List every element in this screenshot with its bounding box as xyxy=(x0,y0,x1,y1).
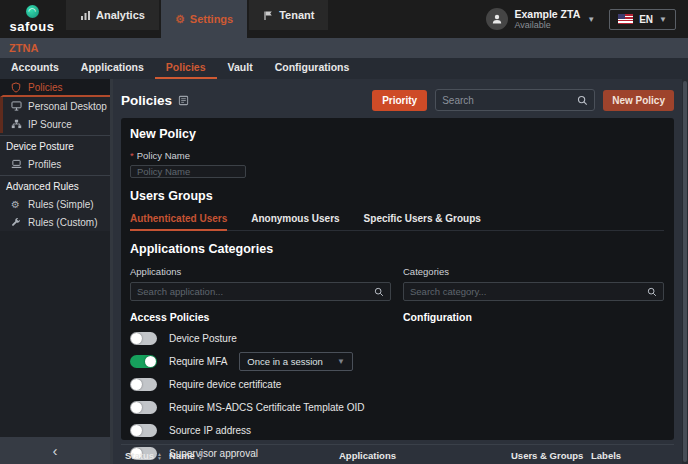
users-groups-heading: Users Groups xyxy=(130,189,664,203)
safous-logo-text: safous xyxy=(10,19,55,34)
new-policy-button[interactable]: New Policy xyxy=(603,90,674,111)
tab-authenticated-users[interactable]: Authenticated Users xyxy=(130,211,227,231)
monitor-icon xyxy=(11,101,22,111)
sidebar-item-label: Profiles xyxy=(28,159,61,170)
divider xyxy=(0,175,110,176)
priority-button[interactable]: Priority xyxy=(372,90,427,111)
tab-tenant-label: Tenant xyxy=(279,9,314,21)
toggle-label: Require MS-ADCS Certificate Template OID xyxy=(169,402,364,413)
policy-name-label: * Policy Name xyxy=(130,150,664,161)
vertical-scrollbar[interactable] xyxy=(682,79,688,464)
sidebar-item-personal-desktop[interactable]: Personal Desktop xyxy=(0,97,110,115)
divider xyxy=(0,135,110,136)
sidebar-item-rules-custom[interactable]: Rules (Custom) xyxy=(0,213,110,231)
require-mfa-toggle[interactable] xyxy=(130,355,157,368)
avatar xyxy=(486,8,508,30)
access-policies-heading: Access Policies xyxy=(130,311,391,323)
laptop-icon xyxy=(11,159,22,169)
content-area: Policies Personal Desktop IP Source Devi… xyxy=(0,79,688,464)
sidebar: Policies Personal Desktop IP Source Devi… xyxy=(0,79,113,464)
bar-chart-icon xyxy=(80,10,91,21)
toggle-label: Require MFA xyxy=(169,356,227,367)
mfa-frequency-value: Once in a session xyxy=(247,356,323,367)
categories-search-input[interactable] xyxy=(410,286,647,297)
column-header-applications: Applications xyxy=(339,450,396,461)
safous-logo[interactable]: ◠ safous xyxy=(0,0,64,38)
form-heading: New Policy xyxy=(130,127,664,141)
nav-item-vault[interactable]: Vault xyxy=(217,61,264,79)
applications-search-box xyxy=(130,282,391,301)
breadcrumb-label: ZTNA xyxy=(9,42,38,54)
sidebar-item-label: Policies xyxy=(28,82,62,93)
title-actions: Priority New Policy xyxy=(372,89,674,111)
chevron-down-icon: ▼ xyxy=(587,15,595,24)
sidebar-item-profiles[interactable]: Profiles xyxy=(0,155,110,173)
toggle-row-require-mfa: Require MFA Once in a session ▼ xyxy=(130,354,664,368)
sidebar-section-device-posture: Device Posture xyxy=(0,138,110,155)
us-flag-icon xyxy=(618,14,633,24)
gear-icon: ⚙ xyxy=(175,13,185,26)
nav-item-applications[interactable]: Applications xyxy=(70,61,155,79)
tab-settings-label: Settings xyxy=(190,13,233,25)
sidebar-item-ip-source[interactable]: IP Source xyxy=(0,115,110,133)
policy-name-input[interactable] xyxy=(130,165,246,178)
user-status: Available xyxy=(515,20,581,30)
main-area: Policies Priority New Policy xyxy=(113,79,688,464)
applications-column: Applications xyxy=(130,256,391,301)
users-groups-tabs: Authenticated Users Anonymous Users Spec… xyxy=(130,211,664,231)
toggle-row-device-certificate: Require device certificate xyxy=(130,377,664,391)
device-posture-toggle[interactable] xyxy=(130,332,157,345)
sidebar-item-label: Personal Desktop xyxy=(28,101,107,112)
language-code: EN xyxy=(639,14,653,25)
sidebar-collapse-button[interactable]: ‹ xyxy=(0,437,110,464)
sort-icon[interactable]: ▲▼ xyxy=(198,452,203,460)
sidebar-item-rules-simple[interactable]: ⚙ Rules (Simple) xyxy=(0,195,110,213)
nav-item-accounts[interactable]: Accounts xyxy=(0,61,70,79)
wrench-icon xyxy=(11,217,22,227)
new-policy-panel: New Policy * Policy Name Users Groups Au… xyxy=(121,118,674,440)
search-icon[interactable] xyxy=(374,287,384,297)
sort-icon[interactable]: ▲▼ xyxy=(157,452,162,460)
tab-analytics[interactable]: Analytics xyxy=(66,0,159,30)
applications-search-input[interactable] xyxy=(137,286,374,297)
user-menu[interactable]: Example ZTA Available ▼ xyxy=(486,8,596,30)
applications-label: Applications xyxy=(130,266,391,277)
policies-table-header: Status ▲▼ Name ▲▼ Applications Users & G… xyxy=(121,444,674,464)
shield-icon xyxy=(11,82,22,93)
tab-analytics-label: Analytics xyxy=(96,9,145,21)
scrollbar-thumb[interactable] xyxy=(683,81,687,462)
toggle-label: Require device certificate xyxy=(169,379,281,390)
safous-logo-icon: ◠ xyxy=(26,5,39,18)
network-icon xyxy=(11,119,22,129)
toggle-label: Device Posture xyxy=(169,333,237,344)
app-window: ◠ safous Analytics ⚙ Settings Tenant xyxy=(0,0,688,464)
search-icon[interactable] xyxy=(577,95,588,106)
sidebar-item-label: Rules (Custom) xyxy=(28,217,97,228)
breadcrumb: ZTNA xyxy=(0,38,688,58)
required-mark: * xyxy=(130,150,134,161)
chevron-down-icon: ▼ xyxy=(659,15,667,24)
search-icon[interactable] xyxy=(647,287,657,297)
ms-adcs-toggle[interactable] xyxy=(130,401,157,414)
source-ip-toggle[interactable] xyxy=(130,424,157,437)
mfa-frequency-select[interactable]: Once in a session ▼ xyxy=(239,352,352,371)
sidebar-empty-space xyxy=(0,231,110,437)
secondary-nav: Accounts Applications Policies Vault Con… xyxy=(0,58,688,79)
column-header-status: Status ▲▼ xyxy=(125,450,162,461)
sidebar-item-policies[interactable]: Policies xyxy=(0,79,110,97)
device-certificate-toggle[interactable] xyxy=(130,378,157,391)
apps-categories-columns: Applications Categories xyxy=(130,256,664,301)
tab-specific-users-groups[interactable]: Specific Users & Groups xyxy=(364,211,481,231)
categories-column: Categories xyxy=(403,256,664,301)
user-name: Example ZTA xyxy=(515,8,581,20)
tab-tenant[interactable]: Tenant xyxy=(249,0,328,30)
language-selector[interactable]: EN ▼ xyxy=(609,9,676,30)
nav-item-policies[interactable]: Policies xyxy=(155,61,217,79)
policy-search-input[interactable] xyxy=(442,95,577,106)
tab-anonymous-users[interactable]: Anonymous Users xyxy=(251,211,339,231)
user-info: Example ZTA Available xyxy=(515,8,581,30)
documentation-icon[interactable] xyxy=(178,95,189,106)
toggle-row-ms-adcs: Require MS-ADCS Certificate Template OID xyxy=(130,400,664,414)
tab-settings[interactable]: ⚙ Settings xyxy=(161,0,247,38)
nav-item-configurations[interactable]: Configurations xyxy=(264,61,361,79)
